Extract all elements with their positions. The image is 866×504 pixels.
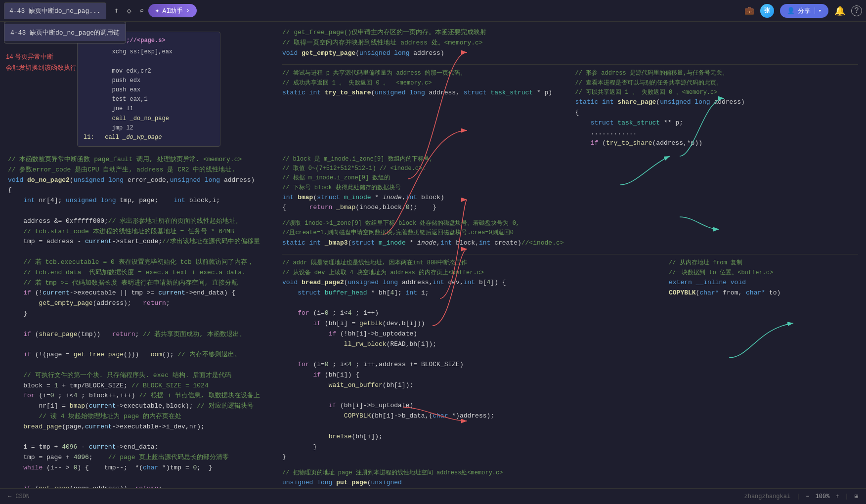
- bottom-divider1: |: [796, 493, 800, 500]
- asm-box: _page_fault:;//<page.s> xchg ss:[esp],ea…: [77, 32, 220, 147]
- end-icon[interactable]: ⊞: [855, 493, 858, 500]
- ai-label: AI助手: [163, 6, 183, 15]
- tab-dropdown-item[interactable]: 4-43 缺页中断do_no_page的调用链: [4, 24, 126, 41]
- right-area: // get_free_page()仅申请主内存区的一页内存。本函还要完成映射 …: [274, 22, 866, 504]
- toolbar-icons: ⬆ ◇ ⌕: [114, 6, 144, 16]
- zoom-out-btn[interactable]: −: [806, 493, 809, 500]
- right-panel: // get_free_page()仅申请主内存区的一页内存。本函还要完成映射 …: [274, 22, 866, 504]
- tab-dropdown: 4-43 缺页中断do_no_page的调用链: [4, 22, 126, 43]
- bmap3-sig: static int _bmap3(struct m_inode * inode…: [282, 238, 858, 249]
- bread-comment: // addr 既是物理地址也是线性地址, 因本两在int 80H中断态工作 /…: [282, 258, 661, 277]
- bottom-user-icon: zhangzhangkai: [744, 493, 791, 500]
- func-body: { int nr[4]; unsigned long tmp, page; in…: [8, 185, 266, 504]
- ai-logo: ✦: [155, 6, 160, 15]
- code-pre: // 本函数被页异常中断函数 page_fault 调用, 处理缺页异常. <m…: [8, 155, 266, 175]
- bottom-divider2: |: [845, 493, 849, 500]
- active-tab[interactable]: 4-43 缺页中断do_no_pag...: [4, 2, 106, 19]
- tag-icon[interactable]: ◇: [127, 6, 131, 16]
- section-try-to-share: // 尝试与进程 p 共享源代码里偏移量为 address 的那一页代码。 //…: [282, 69, 565, 149]
- asm-code: xchg ss:[esp],eax mov edx,cr2 push edx p…: [84, 47, 214, 142]
- share-label: 分享: [798, 6, 811, 15]
- watermark: CSDN: [15, 493, 30, 500]
- func-sig: void do_no_page2(unsigned long error_cod…: [8, 175, 266, 186]
- section-share: // 尝试与进程 p 共享源代码里偏移量为 address 的那一页代码。 //…: [282, 69, 858, 149]
- bread-body: struct buffer_head * bh[4]; int i; for (…: [282, 288, 661, 463]
- zoom-level: 100%: [816, 493, 830, 500]
- toolbar: 4-43 缺页中断do_no_pag... 4-43 缺页中断do_no_pag…: [0, 0, 866, 22]
- zoom-in-btn[interactable]: +: [835, 493, 839, 500]
- get-empty-sig: void get_empty_page(unsigned long addres…: [282, 48, 858, 59]
- briefcase-icon[interactable]: 💼: [744, 6, 754, 16]
- share-button[interactable]: 👤 分享 ▾: [780, 4, 828, 18]
- copyblk-comment: // 从内存地址 from 复制 //一块数据到 to 位置。<buffer.c…: [669, 258, 858, 277]
- bell-icon[interactable]: 🔔: [834, 5, 845, 16]
- share-page-body: { struct task_struct ** p; ............ …: [575, 108, 859, 149]
- section-share-page: // 形参 address 是源代码里的偏移量,与任务号无关。 // 查看本进程…: [575, 69, 859, 149]
- bmap-comment: // block 是 m_inode.i_zone[9] 数组内的下标号, //…: [282, 155, 858, 193]
- get-empty-comment: // get_free_page()仅申请主内存区的一页内存。本函还要完成映射 …: [282, 28, 858, 48]
- search-icon[interactable]: ⌕: [139, 6, 144, 16]
- try-to-share-sig: static int try_to_share(unsigned long ad…: [282, 88, 565, 98]
- share-page-comment: // 形参 address 是源代码里的偏移量,与任务号无关。 // 查看本进程…: [575, 69, 859, 97]
- section-bmap3: //读取 inode->i_zone[9] 数组里下标 block 处存储的磁盘…: [282, 219, 858, 248]
- help-icon[interactable]: ?: [851, 5, 862, 16]
- section-get-empty-page: // get_free_page()仅申请主内存区的一页内存。本函还要完成映射 …: [282, 28, 858, 58]
- section-bmap-main: // block 是 m_inode.i_zone[9] 数组内的下标号, //…: [282, 155, 858, 213]
- user-avatar[interactable]: 张: [760, 4, 774, 18]
- section-bmap: // block 是 m_inode.i_zone[9] 数组内的下标号, //…: [282, 155, 858, 213]
- section-bread: // addr 既是物理地址也是线性地址, 因本两在int 80H中断态工作 /…: [282, 258, 858, 462]
- share-page-sig: static int share_page(unsigned long addr…: [575, 97, 859, 108]
- bottom-bar-right: zhangzhangkai | − 100% + | ⊞: [744, 493, 858, 500]
- annotation-interrupt-text: 14 号页异常中断 会触发切换到该函数执行: [6, 53, 77, 71]
- toolbar-right: 💼 张 👤 分享 ▾ 🔔 ?: [744, 4, 862, 18]
- share-dropdown-arrow[interactable]: ▾: [815, 7, 822, 14]
- user-initials: 张: [764, 6, 770, 15]
- back-icon[interactable]: ←: [8, 493, 11, 500]
- main-content: 14 号页异常中断 会触发切换到该函数执行 _page_fault:;//<pa…: [0, 22, 866, 504]
- ai-button[interactable]: ✦ AI助手 ›: [148, 4, 197, 17]
- share-person-icon: 👤: [787, 7, 795, 15]
- section-bread-main: // addr 既是物理地址也是线性地址, 因本两在int 80H中断态工作 /…: [282, 258, 661, 462]
- copyblk-sig: extern __inline void COPYBLK(char* from,…: [669, 278, 858, 298]
- try-to-share-comment: // 尝试与进程 p 共享源代码里偏移量为 address 的那一页代码。 //…: [282, 69, 565, 87]
- annotation-interrupt: 14 号页异常中断 会触发切换到该函数执行: [6, 51, 77, 73]
- section-copyblk: // 从内存地址 from 复制 //一块数据到 to 位置。<buffer.c…: [669, 258, 858, 462]
- left-panel: 14 号页异常中断 会触发切换到该函数执行 _page_fault:;//<pa…: [0, 22, 274, 504]
- upload-icon[interactable]: ⬆: [114, 6, 119, 16]
- bmap-sig: int bmap(struct m_inode * inode,int bloc…: [282, 193, 858, 203]
- bottom-bar: ← CSDN zhangzhangkai | − 100% + | ⊞: [0, 488, 866, 504]
- bread-sig: void bread_page2(unsigned long address,i…: [282, 278, 661, 288]
- bmap3-comment: //读取 inode->i_zone[9] 数组里下标 block 处存储的磁盘…: [282, 219, 858, 238]
- main-function-code: // 本函数被页异常中断函数 page_fault 调用, 处理缺页异常. <m…: [8, 155, 266, 504]
- ai-arrow: ›: [186, 7, 190, 14]
- tab-label: 4-43 缺页中断do_no_pag...: [9, 6, 101, 15]
- app-container: 4-43 缺页中断do_no_pag... 4-43 缺页中断do_no_pag…: [0, 0, 866, 504]
- bmap-body: { return _bmap(inode,block,0); }: [282, 203, 858, 213]
- put-page-comment: // 把物理页的地址 page 注册到本进程的线性地址空间 address处<m…: [282, 468, 858, 478]
